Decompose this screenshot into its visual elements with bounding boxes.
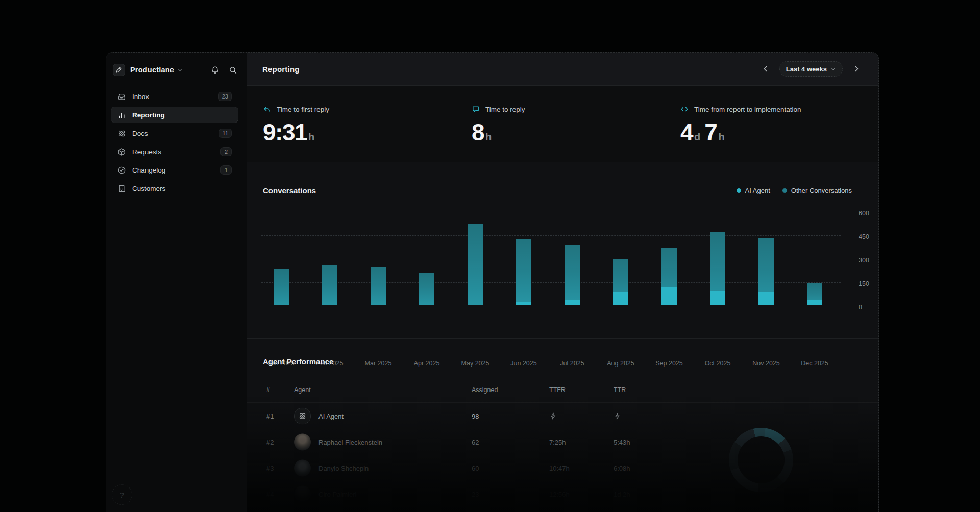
stats-row: Time to first reply9:31hTime to reply8hT… [247, 86, 878, 162]
bolt-icon [549, 412, 557, 420]
building-icon [117, 184, 126, 193]
bar-may-2025[interactable] [468, 224, 483, 305]
ai-agent-segment [710, 291, 725, 305]
sidebar-item-label: Customers [132, 185, 165, 192]
column-header: # [266, 386, 270, 394]
stat-card: Time to reply8h [453, 86, 665, 162]
legend-item[interactable]: Other Conversations [782, 187, 852, 194]
stat-label: Time to reply [485, 106, 525, 113]
table-row[interactable]: #4Ciro Palmieri2312:56h1d 2h [247, 481, 878, 507]
ttr-cell: 6:08h [614, 465, 630, 472]
bar-apr-2025[interactable] [419, 273, 434, 305]
stat-value: 7 [704, 120, 717, 144]
ttr-cell: 5:43h [614, 438, 630, 446]
sidebar-item-requests[interactable]: Requests2 [111, 143, 238, 160]
bar-jul-2025[interactable] [565, 245, 580, 305]
y-axis-tick: 600 [859, 210, 869, 217]
agent-name: Ciro Palmieri [318, 491, 356, 498]
ttfr-cell: 7:25h [549, 438, 566, 446]
productlane-logo-icon [113, 64, 125, 76]
gridline [261, 212, 841, 212]
next-period-button[interactable] [850, 62, 863, 76]
prev-period-button[interactable] [759, 62, 772, 76]
count-badge: 1 [220, 165, 232, 175]
sidebar-item-label: Inbox [132, 93, 149, 101]
chat-bubble-icon [472, 105, 480, 113]
agent-performance-title: Agent Performance [247, 339, 878, 366]
sidebar-item-label: Changelog [132, 166, 165, 174]
stat-card: Time from report to implementation4d7h [665, 86, 878, 162]
bar-oct-2025[interactable] [710, 232, 725, 305]
stat-label: Time to first reply [277, 106, 329, 113]
rank-cell: #2 [266, 438, 274, 446]
bar-jun-2025[interactable] [516, 239, 531, 305]
avatar [294, 486, 311, 503]
assigned-cell: 62 [472, 438, 479, 446]
bar-mar-2025[interactable] [371, 267, 386, 305]
main-panel: Reporting Last 4 weeks Time to first rep… [247, 53, 878, 512]
bar-jan-2025[interactable] [274, 269, 289, 305]
bar-dec-2025[interactable] [807, 283, 822, 305]
stat-value: 9:31 [263, 120, 307, 144]
sidebar-item-reporting[interactable]: Reporting [111, 107, 238, 123]
date-range-dropdown[interactable]: Last 4 weeks [779, 61, 843, 77]
main-header: Reporting Last 4 weeks [247, 53, 878, 86]
gridline [261, 259, 841, 259]
ttfr-cell: 10:47h [549, 465, 570, 472]
chevron-down-icon [177, 67, 183, 73]
sidebar-item-docs[interactable]: Docs11 [111, 125, 238, 141]
workspace-switcher[interactable]: Productlane [106, 53, 247, 76]
bar-feb-2025[interactable] [322, 265, 337, 305]
bar-sep-2025[interactable] [662, 248, 677, 305]
help-button[interactable]: ? [112, 484, 132, 505]
gridline [261, 282, 841, 283]
search-icon[interactable] [229, 66, 237, 75]
table-row[interactable]: #1AI Agent98 [247, 403, 878, 429]
ai-agent-segment [662, 287, 677, 305]
bell-icon[interactable] [211, 66, 219, 75]
stat-value: 8 [472, 120, 484, 144]
assigned-cell: 60 [472, 465, 479, 472]
sidebar-item-customers[interactable]: Customers [111, 180, 238, 197]
sidebar-item-label: Requests [132, 148, 161, 156]
avatar [294, 408, 311, 425]
bolt-icon [614, 412, 621, 420]
ai-agent-segment [613, 292, 628, 305]
circle-check-icon [117, 166, 126, 175]
y-axis-tick: 450 [859, 233, 869, 240]
count-badge: 2 [220, 147, 232, 156]
code-brackets-icon [680, 105, 689, 113]
bar-chart-icon [117, 111, 126, 119]
ai-agent-segment [565, 300, 580, 305]
reply-arrow-icon [263, 105, 271, 113]
sidebar-item-changelog[interactable]: Changelog1 [111, 162, 238, 178]
stat-value: 4 [680, 120, 693, 144]
agent-name: Danylo Shchepin [318, 465, 369, 472]
ttr-cell: 1d 2h [614, 491, 630, 498]
bar-aug-2025[interactable] [613, 259, 628, 305]
ai-agent-segment [807, 300, 822, 305]
sidebar-item-label: Reporting [132, 111, 165, 119]
ttfr-cell [549, 412, 557, 420]
ttfr-cell: 12:56h [549, 491, 570, 498]
screen: Productlane Inbox23ReportingDocs11Reques… [0, 0, 980, 512]
gridline [261, 235, 841, 236]
rank-cell: #3 [266, 465, 274, 472]
sidebar: Productlane Inbox23ReportingDocs11Reques… [106, 53, 247, 512]
legend-item[interactable]: AI Agent [737, 187, 770, 194]
y-axis-tick: 300 [859, 257, 869, 264]
count-badge: 11 [219, 129, 232, 138]
legend-dot [782, 188, 787, 193]
stat-card: Time to first reply9:31h [247, 86, 453, 162]
help-label: ? [120, 491, 124, 499]
agent-name: Raphael Fleckenstein [318, 438, 382, 446]
column-header: TTFR [549, 386, 566, 394]
cube-icon [117, 148, 126, 156]
column-header: TTR [614, 386, 626, 394]
bar-nov-2025[interactable] [758, 238, 774, 305]
sidebar-item-inbox[interactable]: Inbox23 [111, 88, 238, 105]
ai-agent-segment [516, 302, 531, 305]
inbox-icon [117, 92, 126, 101]
atom-icon [117, 129, 126, 138]
ttr-cell [614, 412, 621, 420]
